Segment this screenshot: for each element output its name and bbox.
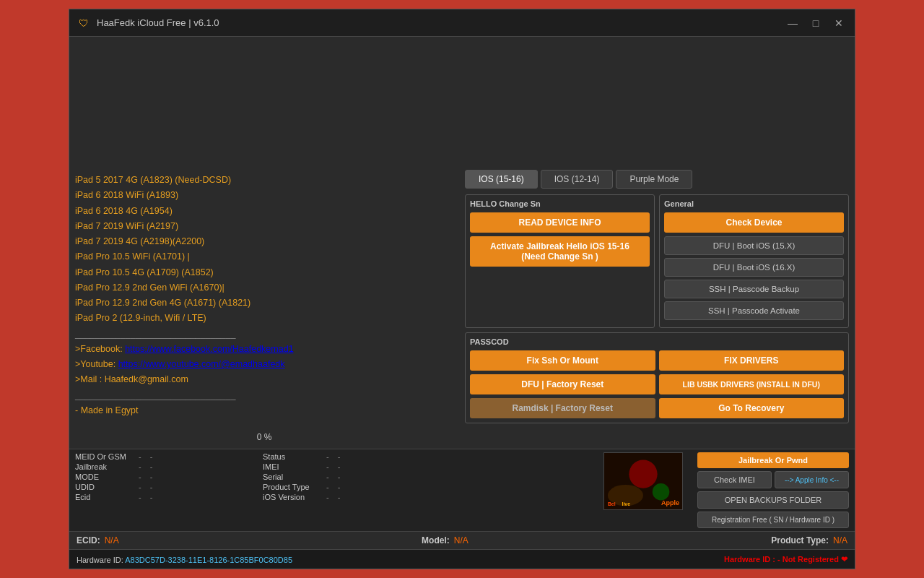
hardware-id-label: Hardware ID: [77,556,125,564]
info-row: Product Type-- [263,483,349,491]
heart-icon: ❤ [841,555,847,564]
activate-line1: Activate Jailbreak Hello iOS 15-16 [490,241,629,251]
info-dash: - [326,452,329,461]
log-line: iPad Pro 10.5 4G (A1709) (A1852) [75,265,453,280]
passcod-title: PASSCOD [470,337,844,346]
open-backups-btn[interactable]: OPEN BACKUPS FOLDER [697,491,849,509]
hardware-id-right: Hardware ID : - Not Registered ❤ [724,555,847,564]
info-dash: - [326,462,329,471]
dfu-boot-16-btn[interactable]: DFU | Boot iOS (16.X) [664,258,844,277]
info-row: IMEI-- [263,462,349,471]
info-label: Jailbreak [75,462,133,471]
bg-left [0,0,69,578]
info-dash: - [139,462,141,471]
info-dash: - [326,493,329,501]
read-device-btn[interactable]: READ DEVICE INFO [470,212,650,233]
info-value: - [338,483,341,491]
info-row: MODE-- [75,473,162,481]
passcod-grid: Fix Ssh Or Mount FIX DRIVERS DFU | Facto… [470,350,844,418]
right-info-col: Status--IMEI--Serial--Product Type--iOS … [263,452,349,528]
hello-title: HELLO Change Sn [470,199,650,208]
window-title: HaaFedk iCloud Free | v6.1.0 [97,17,784,28]
lib-usbk-btn[interactable]: LIB USBK DRIVERS (INSTALL IN DFU) [659,374,845,394]
hello-section: HELLO Change Sn READ DEVICE INFO Activat… [465,194,655,328]
log-line: ________________________________ [75,327,453,342]
log-line: iPad Pro 10.5 WiFi (A1701) | [75,249,453,264]
svg-text:live: live [622,501,631,506]
tab-purple-mode[interactable]: Purple Mode [616,170,692,189]
info-row: Ecid-- [75,493,162,501]
top-area [69,37,855,167]
jailbreak-pwnd-btn[interactable]: Jailbreak Or Pwnd [697,452,849,468]
info-row: MEID Or GSM-- [75,452,162,461]
main-content: iPad 5 2017 4G (A1823) (Need-DCSD)iPad 6… [69,167,855,449]
titlebar: 🛡 HaaFedk iCloud Free | v6.1.0 — □ ✕ [69,9,855,37]
log-line: iPad 6 2018 WiFi (A1893) [75,188,453,203]
info-label: IMEI [263,462,321,471]
dfu-factory-btn[interactable]: DFU | Factory Reset [470,374,655,394]
info-label: MODE [75,473,133,481]
model-item: Model: N/A [422,535,468,545]
info-value: - [150,493,153,501]
ssh-backup-btn[interactable]: SSH | Passcode Backup [664,280,844,298]
log-line: iPad 6 2018 4G (A1954) [75,204,453,219]
info-value: - [338,493,341,501]
ramdisk-btn[interactable]: Ramdisk | Factory Reset [470,398,655,418]
window-controls: — □ ✕ [784,14,847,32]
check-device-btn[interactable]: Check Device [664,212,844,233]
action-buttons: Jailbreak Or Pwnd Check IMEI --> Apple I… [697,452,849,528]
tab-ios-12-14[interactable]: IOS (12-14) [541,170,614,189]
progress-text: 0 % [257,432,272,442]
fix-drivers-btn[interactable]: FIX DRIVERS [659,350,845,371]
general-title: General [664,199,844,208]
activate-jailbreak-btn[interactable]: Activate Jailbreak Hello iOS 15-16 (Need… [470,236,650,267]
info-row: iOS Version-- [263,493,349,501]
tab-ios-15-16[interactable]: IOS (15-16) [465,170,538,189]
log-line: iPad 7 2019 WiFi (A2197) [75,219,453,234]
thumbnail: Bel live Apple [603,452,683,510]
hardware-id-value: A83DC57D-3238-11E1-8126-1C85BF0C80D85 [125,556,292,564]
info-dash: - [326,473,329,481]
left-panel: iPad 5 2017 4G (A1823) (Need-DCSD)iPad 6… [69,167,459,449]
bottom-info: MEID Or GSM--Jailbreak--MODE--UDID--Ecid… [69,449,855,531]
log-line: >Mail : Haafedk@gmail.com [75,372,453,387]
info-label: Status [263,452,321,461]
log-line: ________________________________ [75,388,453,403]
go-recovery-btn[interactable]: Go To Recovery [659,398,845,418]
thumbnail-inner: Bel live Apple [604,453,682,509]
svg-text:Bel: Bel [608,501,616,506]
log-line: - Made in Egypt [75,403,453,418]
info-row: Status-- [263,452,349,461]
main-window: 🛡 HaaFedk iCloud Free | v6.1.0 — □ ✕ iPa… [69,9,855,569]
info-label: Serial [263,473,321,481]
registration-btn[interactable]: Registration Free ( SN / Hardware ID ) [697,512,849,528]
close-button[interactable]: ✕ [830,14,847,32]
minimize-button[interactable]: — [784,14,801,32]
maximize-button[interactable]: □ [807,14,824,32]
general-section: General Check Device DFU | Boot iOS (15.… [659,194,849,328]
dfu-boot-15-btn[interactable]: DFU | Boot iOS (15.X) [664,236,844,255]
log-line: >Facebook: https://www.facebook.com/Haaf… [75,342,453,357]
ssh-activate-btn[interactable]: SSH | Passcode Activate [664,301,844,320]
activate-line2: (Need Change Sn ) [521,251,598,262]
fix-ssh-btn[interactable]: Fix Ssh Or Mount [470,350,655,371]
tabs-row: IOS (15-16) IOS (12-14) Purple Mode [465,170,849,189]
product-type-value: N/A [833,535,847,545]
thumbnail-label: Apple [661,499,679,506]
info-label: UDID [75,483,133,491]
model-label: Model: [422,535,450,545]
check-imei-btn[interactable]: Check IMEI [697,471,772,488]
model-value: N/A [454,535,468,545]
status-bar: Hardware ID: A83DC57D-3238-11E1-8126-1C8… [69,549,855,569]
apple-info-btn[interactable]: --> Apple Info <-- [775,471,849,488]
log-area[interactable]: iPad 5 2017 4G (A1823) (Need-DCSD)iPad 6… [69,170,459,427]
app-icon: 🛡 [77,16,91,30]
device-footer: ECID: N/A Model: N/A Product Type: N/A [69,531,855,549]
info-row: Serial-- [263,473,349,481]
info-value: - [338,473,341,481]
top-sections: HELLO Change Sn READ DEVICE INFO Activat… [465,194,849,328]
info-dash: - [139,452,141,461]
info-dash: - [326,483,329,491]
log-line: iPad Pro 12.9 2nd Gen 4G (A1671) (A1821) [75,296,453,311]
progress-area: 0 % [69,427,459,446]
